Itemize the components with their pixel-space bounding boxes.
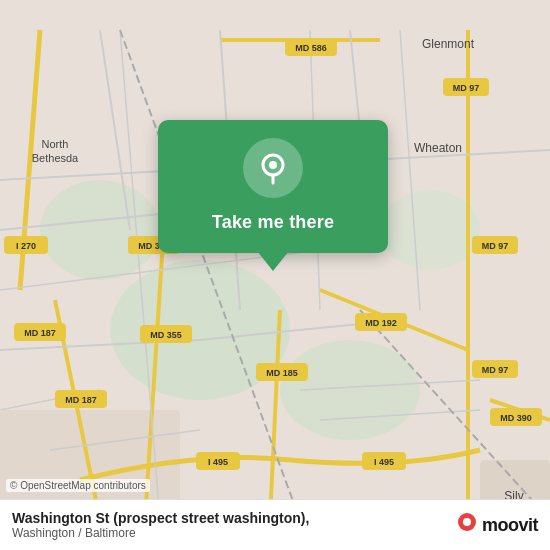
map-container: MD 586 MD 97 MD 97 MD 97 MD 355 MD 355 M… [0, 0, 550, 550]
svg-text:MD 97: MD 97 [482, 365, 509, 375]
svg-point-3 [380, 190, 480, 270]
svg-text:I 270: I 270 [16, 241, 36, 251]
svg-text:MD 185: MD 185 [266, 368, 298, 378]
map-attribution: © OpenStreetMap contributors [6, 479, 150, 492]
svg-text:I 495: I 495 [208, 457, 228, 467]
svg-text:I 495: I 495 [374, 457, 394, 467]
svg-text:Glenmont: Glenmont [422, 37, 475, 51]
svg-text:Wheaton: Wheaton [414, 141, 462, 155]
bottom-bar: Washington St (prospect street washingto… [0, 499, 550, 550]
svg-point-70 [463, 518, 471, 526]
bottom-bar-text: Washington St (prospect street washingto… [12, 510, 309, 540]
svg-text:MD 355: MD 355 [150, 330, 182, 340]
popup-card: Take me there [158, 120, 388, 253]
location-icon-circle [243, 138, 303, 198]
svg-line-28 [160, 250, 320, 270]
svg-point-2 [40, 180, 160, 280]
moovit-text: moovit [482, 515, 538, 536]
svg-line-26 [400, 30, 420, 310]
svg-text:MD 97: MD 97 [482, 241, 509, 251]
svg-text:North: North [42, 138, 69, 150]
city-line: Washington / Baltimore [12, 526, 309, 540]
map-svg: MD 586 MD 97 MD 97 MD 97 MD 355 MD 355 M… [0, 0, 550, 550]
svg-text:MD 586: MD 586 [295, 43, 327, 53]
moovit-pin-icon [456, 511, 478, 539]
svg-text:MD 97: MD 97 [453, 83, 480, 93]
svg-text:MD 187: MD 187 [65, 395, 97, 405]
svg-text:MD 390: MD 390 [500, 413, 532, 423]
moovit-logo: moovit [456, 511, 538, 539]
svg-point-67 [269, 161, 277, 169]
address-line: Washington St (prospect street washingto… [12, 510, 309, 526]
location-pin-icon [256, 151, 290, 185]
svg-text:Bethesda: Bethesda [32, 152, 79, 164]
take-me-there-button[interactable]: Take me there [212, 210, 334, 235]
svg-text:MD 187: MD 187 [24, 328, 56, 338]
svg-text:MD 192: MD 192 [365, 318, 397, 328]
